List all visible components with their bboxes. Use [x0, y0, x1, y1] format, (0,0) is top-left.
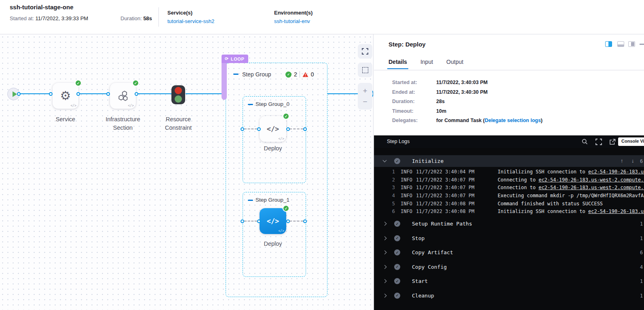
chevron-right-icon[interactable] — [383, 222, 387, 226]
log-section-count: 1 — [640, 278, 643, 284]
external-link-icon[interactable] — [609, 139, 616, 145]
step-panel-title: Step: Deploy — [389, 41, 426, 48]
search-icon[interactable] — [582, 139, 588, 145]
command-step-icon: </> — [267, 125, 279, 133]
log-message: Initializing SSH connection to ec2-54-19… — [498, 209, 644, 214]
log-sections: ✓Initialize↑↓61INFO11/7/2022 3:40:04 PMI… — [374, 148, 644, 304]
log-line: 6INFO11/7/2022 3:40:08 PMInitializing SS… — [374, 209, 644, 217]
log-section-copy-artifact[interactable]: ✓Copy Artifact6 — [374, 247, 644, 258]
edge-connector-dot[interactable] — [17, 92, 21, 96]
edge-connector-dot[interactable] — [76, 92, 80, 96]
log-section-initialize[interactable]: ✓Initialize↑↓6 — [374, 155, 644, 167]
edge-connector-dot[interactable] — [303, 127, 307, 131]
log-line: 4INFO11/7/2022 3:40:07 PMExecuting comma… — [374, 193, 644, 201]
edge-connector-dot[interactable] — [257, 219, 261, 223]
canvas-select-button[interactable] — [358, 63, 372, 77]
edge-connector-dot[interactable] — [241, 219, 244, 223]
section-gap — [374, 302, 644, 304]
detail-value: 28s — [436, 99, 445, 104]
log-section-stop[interactable]: ✓Stop1 — [374, 232, 644, 244]
node-deploy-0[interactable]: </> ✓ </> — [260, 116, 286, 142]
node-infrastructure[interactable]: ✓ </> — [110, 83, 136, 109]
code-mark-icon: </> — [71, 104, 76, 108]
success-count: 2 — [294, 71, 297, 78]
minimize-panel-button[interactable] — [640, 44, 644, 45]
step-tabs: DetailsInputOutput — [389, 59, 463, 69]
log-line-number: 1 — [382, 169, 395, 175]
node-service[interactable]: ⚙ ✓ </> — [53, 83, 78, 109]
chevron-down-icon[interactable] — [383, 158, 387, 162]
console-view-toggle[interactable]: Console View — [618, 137, 644, 146]
step-group-1-box[interactable] — [243, 192, 306, 277]
loop-strategy-bar — [222, 63, 227, 100]
edge-connector-dot[interactable] — [257, 127, 261, 131]
zoom-out-button[interactable]: − — [363, 98, 367, 105]
failed-count: 0 — [311, 71, 314, 78]
fullscreen-icon[interactable] — [595, 139, 602, 145]
log-section-start[interactable]: ✓Start1 — [374, 275, 644, 287]
log-host-link[interactable]: ec2-54-190-26-183.us-west-2.compute.a — [538, 185, 644, 190]
log-section-copy-config[interactable]: ✓Copy Config4 — [374, 261, 644, 273]
chevron-right-icon[interactable] — [383, 293, 387, 297]
log-section-cleanup[interactable]: ✓Cleanup1 — [374, 290, 644, 302]
pipeline-canvas[interactable]: ⚙ ✓ </> Service ✓ </> Infrastructure Sec… — [0, 34, 374, 310]
layout-right-button[interactable] — [628, 41, 635, 47]
chevron-right-icon[interactable] — [383, 236, 387, 240]
edge-connector-dot[interactable] — [49, 92, 53, 96]
canvas-fullscreen-button[interactable] — [358, 44, 372, 59]
node-resource-constraint[interactable] — [171, 85, 185, 104]
log-host-link[interactable]: ec2-54-190-26-183.us — [588, 209, 644, 214]
edge-connector-dot[interactable] — [106, 92, 110, 96]
log-line-number: 2 — [382, 177, 395, 183]
node-label-resource-constraint: Resource Constraint — [154, 115, 203, 132]
layout-split-right-button[interactable] — [605, 41, 612, 47]
scroll-up-icon[interactable]: ↑ — [621, 158, 623, 164]
environment-link[interactable]: ssh-tutorial-env — [274, 18, 312, 24]
service-link[interactable]: tutorial-service-ssh2 — [167, 18, 214, 24]
chevron-right-icon[interactable] — [383, 265, 387, 269]
tabs-separator — [374, 70, 644, 70]
detail-value: 11/7/2022, 3:40:03 PM — [436, 80, 488, 85]
edge-connector-dot[interactable] — [286, 219, 290, 223]
chevron-right-icon[interactable] — [383, 279, 387, 283]
log-section-label: Stop — [412, 235, 424, 241]
log-line: 1INFO11/7/2022 3:40:04 PMInitializing SS… — [374, 169, 644, 177]
log-line: 5INFO11/7/2022 3:40:08 PMCommand finishe… — [374, 201, 644, 209]
node-label-service: Service — [41, 115, 90, 124]
layout-bottom-button[interactable] — [617, 41, 624, 47]
log-line-number: 4 — [382, 193, 395, 198]
edge-connector-dot[interactable] — [303, 219, 307, 223]
node-label-deploy-1: Deploy — [253, 240, 293, 248]
delegate-selection-logs-link[interactable]: Delegate selection logs — [485, 118, 541, 123]
detail-value: 11/7/2022, 3:40:30 PM — [436, 89, 488, 95]
log-host-link[interactable]: ec2-54-190-26-183.us-west-2.compute.a — [538, 177, 644, 183]
log-section-setup-runtime-paths[interactable]: ✓Setup Runtime Paths1 — [374, 218, 644, 230]
log-timestamp: 11/7/2022 3:40:07 PM — [416, 185, 475, 190]
tab-input[interactable]: Input — [420, 59, 433, 69]
log-level: INFO — [401, 193, 412, 198]
tab-output[interactable]: Output — [446, 59, 463, 69]
log-line: 2INFO11/7/2022 3:40:07 PMConnecting to e… — [374, 177, 644, 185]
edge-connector-dot[interactable] — [286, 127, 290, 131]
detail-label: Timeout: — [392, 108, 414, 114]
edge-connector-dot[interactable] — [135, 92, 138, 96]
detail-value: for Command Task (Delegate selection log… — [436, 118, 543, 123]
scroll-down-icon[interactable]: ↓ — [631, 158, 634, 164]
log-host-link[interactable]: ec2-54-190-26-183.us — [588, 169, 644, 175]
section-success-icon: ✓ — [394, 278, 400, 284]
step-group-status-counts: ✓ 2 0 — [285, 71, 314, 78]
log-line-number: 3 — [382, 185, 395, 190]
log-timestamp: 11/7/2022 3:40:07 PM — [416, 193, 475, 198]
node-deploy-1-selected[interactable]: </> ✓ </> — [260, 208, 286, 234]
edge-connector-dot[interactable] — [241, 127, 244, 131]
log-level: INFO — [401, 201, 412, 207]
stage-title: ssh-tutorial-stage-one — [10, 4, 74, 11]
log-section-count: 4 — [640, 264, 643, 270]
chevron-right-icon[interactable] — [383, 251, 387, 255]
code-mark-icon: </> — [279, 137, 284, 141]
tab-details[interactable]: Details — [389, 59, 407, 69]
log-timestamp: 11/7/2022 3:40:07 PM — [416, 177, 475, 183]
zoom-in-button[interactable]: + — [363, 87, 367, 95]
section-success-icon: ✓ — [394, 249, 400, 255]
node-label-infrastructure: Infrastructure Section — [97, 115, 149, 132]
